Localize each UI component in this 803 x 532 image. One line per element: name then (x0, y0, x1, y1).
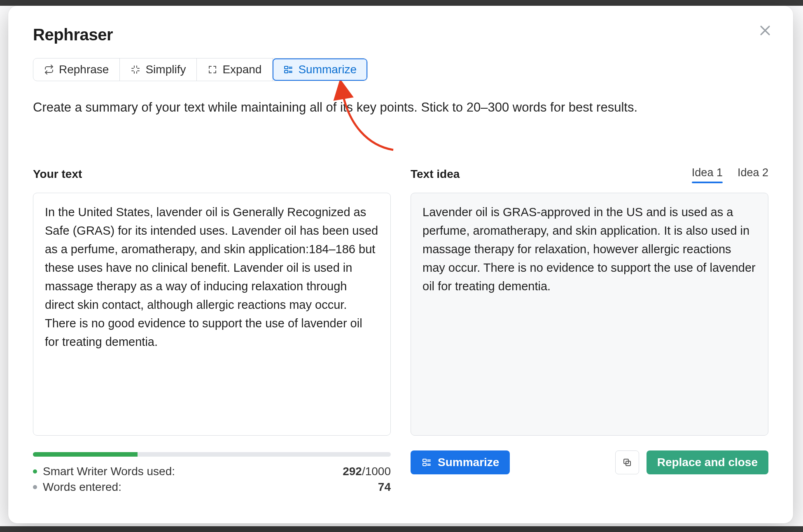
expand-icon (208, 65, 217, 75)
idea-tab-1[interactable]: Idea 1 (692, 166, 723, 182)
summarize-icon (283, 65, 293, 75)
idea-tab-group: Idea 1 Idea 2 (692, 166, 768, 182)
output-panel: Lavender oil is GRAS-approved in the US … (411, 193, 768, 436)
replace-and-close-label: Replace and close (657, 456, 758, 469)
tab-summarize-label: Summarize (298, 63, 357, 76)
output-column: Text idea Idea 1 Idea 2 Lavender oil is … (411, 166, 768, 494)
input-column: Your text In the United States, lavender… (33, 166, 391, 494)
replace-and-close-button[interactable]: Replace and close (647, 450, 768, 474)
summarize-button-label: Summarize (438, 456, 499, 469)
modal-title: Rephraser (33, 26, 768, 44)
dot-green-icon (33, 469, 37, 474)
input-textarea[interactable]: In the United States, lavender oil is Ge… (33, 193, 391, 436)
idea-tab-2[interactable]: Idea 2 (738, 166, 768, 182)
tab-simplify-label: Simplify (145, 63, 186, 76)
summarize-icon (421, 457, 432, 468)
tab-rephrase-label: Rephrase (59, 63, 109, 76)
output-actions: Summarize Replace and close (411, 450, 768, 474)
input-heading: Your text (33, 168, 82, 181)
usage-section: Smart Writer Words used: 292/1000 Words … (33, 452, 391, 494)
tab-simplify[interactable]: Simplify (120, 58, 197, 81)
svg-rect-3 (285, 70, 288, 73)
content-columns: Your text In the United States, lavender… (33, 166, 768, 494)
copy-button[interactable] (615, 450, 639, 474)
summarize-button[interactable]: Summarize (411, 450, 510, 474)
usage-progress-bar (33, 452, 391, 457)
tab-summarize[interactable]: Summarize (273, 58, 367, 81)
stat-words-used: Smart Writer Words used: 292/1000 (33, 465, 391, 478)
output-heading: Text idea (411, 168, 460, 181)
stat-words-entered-label: Words entered: (43, 481, 121, 494)
mode-description: Create a summary of your text while main… (33, 98, 733, 116)
tab-expand[interactable]: Expand (197, 58, 273, 81)
tab-rephrase[interactable]: Rephrase (33, 58, 120, 81)
copy-icon (622, 457, 633, 468)
mode-tab-group: Rephrase Simplify Expand Summarize (33, 58, 368, 81)
close-icon (758, 23, 772, 37)
rephrase-icon (44, 65, 54, 75)
svg-rect-9 (423, 463, 426, 466)
close-button[interactable] (756, 21, 774, 40)
svg-rect-6 (423, 459, 426, 462)
usage-progress-fill (33, 452, 138, 457)
stat-words-entered: Words entered: 74 (33, 481, 391, 494)
annotation-arrow (331, 84, 414, 162)
rephraser-modal: Rephraser Rephrase Simplify Expand Summa… (8, 6, 793, 523)
dot-grey-icon (33, 485, 37, 489)
tab-expand-label: Expand (222, 63, 261, 76)
stat-words-used-label: Smart Writer Words used: (43, 465, 175, 478)
svg-rect-0 (285, 66, 288, 69)
simplify-icon (131, 65, 140, 75)
stat-words-used-value: 292/1000 (343, 465, 391, 478)
stat-words-entered-value: 74 (378, 481, 391, 494)
